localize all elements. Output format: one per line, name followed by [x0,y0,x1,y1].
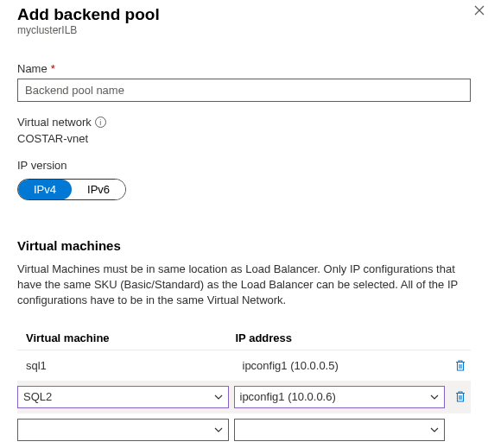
page-title: Add backend pool [17,5,471,24]
vnet-label: Virtual network i [17,116,471,129]
ipv4-option[interactable]: IPv4 [18,180,72,199]
ip-version-label: IP version [17,159,471,172]
table-row: SQL2 ipconfig1 (10.0.0.6) [17,381,471,413]
vm-header-ip: IP address [236,331,446,344]
info-icon[interactable]: i [95,117,106,128]
trash-icon [454,390,466,403]
delete-row-button[interactable] [450,359,471,372]
trash-icon [454,359,466,372]
chevron-down-icon [430,426,439,434]
ipv6-option[interactable]: IPv6 [72,180,125,199]
vm-ip-dropdown[interactable] [234,419,446,441]
delete-row-button[interactable] [450,390,471,403]
table-row: sql1 ipconfig1 (10.0.0.5) [17,350,471,381]
name-input[interactable] [17,79,471,102]
name-label: Name * [17,62,471,75]
vm-name-cell: sql1 [17,356,229,375]
vm-section-description: Virtual Machines must be in same locatio… [17,262,471,309]
chevron-down-icon [430,393,439,401]
chevron-down-icon [214,393,223,401]
vm-ip-dropdown[interactable]: ipconfig1 (10.0.0.6) [234,386,446,408]
vm-name-dropdown[interactable] [17,419,229,441]
vm-section-heading: Virtual machines [17,238,471,253]
close-icon[interactable] [474,3,485,19]
vm-name-dropdown[interactable]: SQL2 [17,386,229,408]
vm-ip-cell: ipconfig1 (10.0.0.5) [234,356,446,375]
vm-header-machine: Virtual machine [17,331,236,344]
table-row [17,413,471,446]
chevron-down-icon [214,426,223,434]
resource-name: myclusterILB [17,24,471,36]
vm-table: Virtual machine IP address sql1 ipconfig… [17,326,471,446]
vnet-value: COSTAR-vnet [17,132,471,145]
ip-version-toggle: IPv4 IPv6 [17,179,126,200]
